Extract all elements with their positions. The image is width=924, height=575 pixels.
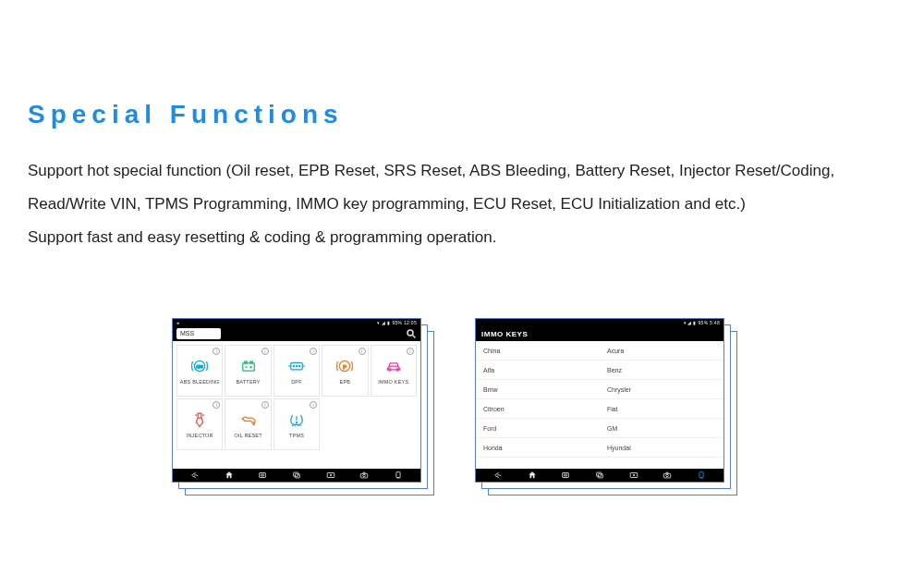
tile-label: OIL RESET (234, 433, 261, 438)
empty-tile (322, 398, 368, 450)
svg-rect-28 (294, 472, 298, 476)
android-nav-bar (476, 469, 723, 482)
nav-back-icon[interactable] (188, 471, 201, 480)
brand-item[interactable]: Ford (476, 419, 600, 438)
svg-rect-5 (244, 361, 247, 363)
search-icon[interactable] (406, 328, 417, 339)
nav-screenshot-icon[interactable] (627, 471, 640, 480)
brand-list-area: China Acura Alfa Benz Bmw Chrysler Citro… (476, 341, 723, 469)
android-status-bar: ◂ ▾ ◢ ▮ 95% 12:05 (173, 319, 420, 326)
info-icon[interactable]: i (261, 348, 269, 355)
svg-rect-4 (242, 363, 254, 371)
tile-injector[interactable]: i INJECTOR (176, 398, 223, 450)
immo-keys-icon (384, 357, 403, 375)
tile-label: IMMO KEYS (378, 379, 408, 385)
description-line-3: Support fast and easy resetting & coding… (28, 222, 896, 253)
info-icon[interactable]: i (310, 401, 317, 409)
search-input[interactable]: MSS (176, 328, 221, 339)
svg-text:P: P (344, 364, 347, 370)
svg-point-43 (666, 474, 669, 477)
info-icon[interactable]: i (310, 348, 317, 355)
injector-icon (190, 410, 209, 429)
tile-dpf[interactable]: i DPF (274, 345, 320, 397)
brand-item[interactable]: Chrysler (600, 380, 723, 399)
brand-item[interactable]: Bmw (476, 380, 600, 399)
brand-item[interactable]: Honda (476, 438, 600, 458)
svg-point-12 (296, 365, 297, 366)
status-left: ◂ (176, 320, 179, 325)
info-icon[interactable]: i (261, 401, 269, 409)
screen-title-bar: IMMO KEYS (476, 326, 723, 341)
tile-battery[interactable]: i BATTERY (225, 345, 271, 397)
svg-text:ABS: ABS (196, 365, 203, 369)
svg-rect-33 (396, 472, 400, 478)
functions-area: i ABS ABS BLEEDING i BATTERY i (173, 341, 420, 469)
tile-label: INJECTOR (187, 433, 213, 438)
svg-rect-20 (198, 413, 201, 418)
tile-label: DPF (291, 379, 302, 385)
svg-point-32 (363, 474, 366, 477)
nav-home-icon[interactable] (223, 471, 236, 480)
svg-rect-36 (563, 473, 569, 478)
nav-menu-icon[interactable] (559, 471, 572, 480)
oil-reset-icon (239, 410, 258, 429)
tablet-functions: ◂ ▾ ◢ ▮ 95% 12:05 MSS i ABS ABS BLEEDING (172, 318, 421, 483)
brand-item[interactable]: Benz (600, 361, 723, 380)
functions-grid: i ABS ABS BLEEDING i BATTERY i (173, 341, 420, 454)
battery-icon (239, 357, 258, 375)
tile-epb[interactable]: i P EPB (322, 345, 368, 397)
tile-tpms[interactable]: i TPMS (274, 398, 320, 450)
tile-immo-keys[interactable]: i IMMO KEYS (371, 345, 417, 397)
tablet-immo-stack: ▾ ◢ ▮ 95% 5:48 IMMO KEYS China Acura Alf… (475, 318, 724, 483)
nav-camera-icon[interactable] (358, 471, 371, 480)
brand-item[interactable]: Fiat (600, 399, 723, 419)
svg-point-11 (293, 365, 294, 366)
nav-menu-icon[interactable] (256, 471, 269, 480)
tile-label: TPMS (289, 433, 304, 438)
empty-tile (371, 398, 417, 450)
status-right: ▾ ◢ ▮ 95% 5:48 (684, 320, 721, 325)
description-block: Support hot special function (Oil reset,… (28, 155, 896, 255)
svg-point-24 (296, 422, 297, 423)
tile-label: ABS BLEEDING (180, 379, 220, 385)
status-right: ▾ ◢ ▮ 95% 12:05 (377, 320, 417, 325)
tile-oil-reset[interactable]: i OIL RESET (225, 398, 271, 450)
svg-rect-25 (260, 473, 266, 478)
tablet-functions-stack: ◂ ▾ ◢ ▮ 95% 12:05 MSS i ABS ABS BLEEDING (172, 318, 421, 483)
brand-item[interactable]: Acura (600, 341, 723, 361)
dpf-icon (287, 357, 306, 375)
tile-abs-bleeding[interactable]: i ABS ABS BLEEDING (176, 345, 223, 397)
info-icon[interactable]: i (359, 348, 366, 355)
abs-icon: ABS (190, 357, 209, 375)
brand-item[interactable]: Citroen (476, 399, 600, 419)
brand-item[interactable]: Alfa (476, 361, 600, 380)
nav-vci-icon[interactable] (695, 471, 708, 480)
svg-point-13 (298, 365, 299, 366)
epb-icon: P (335, 357, 354, 375)
description-line-1: Support hot special function (Oil reset,… (28, 155, 896, 187)
info-icon[interactable]: i (407, 348, 414, 355)
nav-recent-icon[interactable] (593, 471, 606, 480)
svg-point-0 (407, 330, 413, 336)
search-top-bar: MSS (173, 326, 420, 341)
description-line-2: Read/Write VIN, TPMS Programming, IMMO k… (28, 189, 896, 220)
nav-home-icon[interactable] (526, 471, 539, 480)
nav-vci-icon[interactable] (392, 471, 405, 480)
info-icon[interactable]: i (213, 401, 220, 409)
tile-label: EPB (340, 379, 351, 385)
nav-screenshot-icon[interactable] (324, 471, 337, 480)
nav-recent-icon[interactable] (290, 471, 303, 480)
info-icon[interactable]: i (213, 348, 220, 355)
nav-back-icon[interactable] (492, 471, 505, 480)
svg-rect-6 (249, 361, 252, 363)
brand-item[interactable]: Hyundai (600, 438, 723, 458)
brand-item[interactable]: China (476, 341, 600, 361)
brand-item[interactable]: GM (600, 419, 723, 438)
tpms-icon (287, 410, 306, 429)
android-status-bar: ▾ ◢ ▮ 95% 5:48 (476, 319, 723, 326)
svg-line-1 (413, 336, 416, 338)
android-nav-bar (173, 469, 420, 482)
tile-label: BATTERY (236, 379, 260, 385)
nav-camera-icon[interactable] (661, 471, 674, 480)
tablet-immo: ▾ ◢ ▮ 95% 5:48 IMMO KEYS China Acura Alf… (475, 318, 724, 483)
